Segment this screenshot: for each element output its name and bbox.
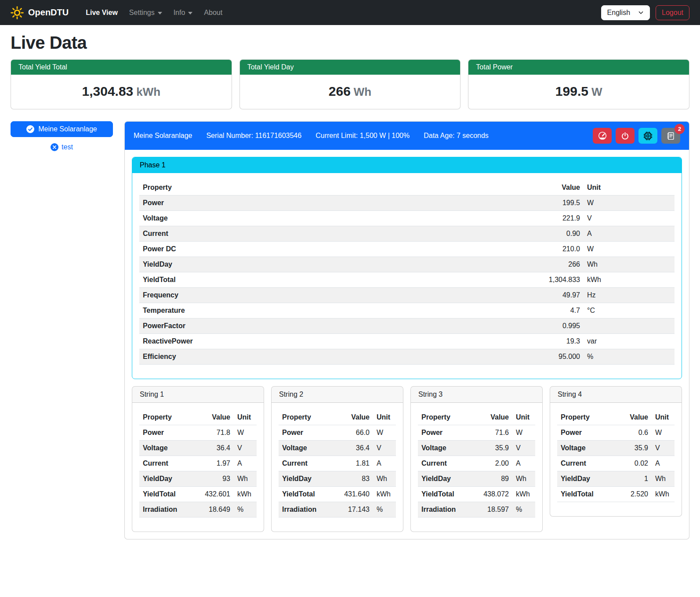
unit: Wh [354,85,371,98]
unit-cell: % [512,502,535,517]
table-row: Current 1.81 A [279,456,396,471]
device-info-button[interactable] [638,128,657,144]
x-circle-icon [51,143,58,151]
logout-button[interactable]: Logout [656,5,689,20]
property-column-header: Property [139,410,195,425]
property-cell: ReactivePower [139,334,518,349]
property-column-header: Property [557,410,613,425]
check-circle-icon [26,125,34,133]
power-toggle-button[interactable] [616,128,635,144]
inverter-offline-item[interactable]: test [11,143,113,151]
property-cell: Efficiency [139,349,518,365]
value-column-header: Value [474,410,512,425]
table-row: YieldTotal 438.072 kWh [418,487,535,502]
unit-cell: Wh [652,471,675,487]
property-cell: Irradiation [418,502,474,517]
power-icon [621,132,629,140]
current-limit: Current Limit: 1,500 W | 100% [316,132,410,140]
property-cell: Voltage [139,441,195,456]
value-cell: 71.8 [195,425,234,441]
phase-table: Property Value Unit Power 199.5 [139,180,675,365]
property-cell: Power [139,425,195,441]
property-cell: PowerFactor [139,318,518,334]
nav-item-about[interactable]: About [198,5,228,20]
value-cell: 431.640 [334,487,373,502]
brand-label: OpenDTU [28,7,69,18]
table-row: YieldDay 83 Wh [279,471,396,487]
unit-cell: V [652,441,675,456]
inverter-name: test [62,143,73,151]
table-row: PowerFactor 0.995 [139,318,675,334]
unit-cell: V [584,211,675,226]
live-data-page: Live Data Total Yield Total 1,304.83kWh … [0,33,700,546]
value-cell: 221.9 [518,211,584,226]
property-column-header: Property [139,180,518,195]
table-header-row: Property Value Unit [279,410,396,425]
card-title: Total Power [468,60,689,75]
unit-cell: Wh [234,471,257,487]
value-column-header: Value [613,410,652,425]
card-title: Total Yield Day [240,60,461,75]
value-cell: 0.6 [613,425,652,441]
event-log-button[interactable]: 2 [661,128,680,144]
chevron-down-icon [638,10,644,15]
string-table: Property Value Unit Power 7 [418,410,535,517]
content-row: Meine Solaranlage test Meine Solaranlage… [11,121,689,539]
unit-cell: kWh [234,487,257,502]
unit-column-header: Unit [373,410,396,425]
value-cell: 35.9 [474,441,512,456]
property-cell: YieldDay [139,257,518,272]
property-cell: YieldDay [557,471,613,487]
property-cell: Power DC [139,242,518,257]
property-cell: YieldDay [279,471,334,487]
inverter-name: Meine Solaranlage [38,125,97,133]
unit-column-header: Unit [512,410,535,425]
nav-item-info[interactable]: Info [168,5,199,20]
unit-cell: A [584,226,675,242]
table-row: YieldTotal 432.601 kWh [139,487,257,502]
property-cell: YieldDay [139,471,195,487]
summary-row: Total Yield Total 1,304.83kWh Total Yiel… [11,59,689,109]
brand[interactable]: OpenDTU [11,6,69,19]
nav-item-live-view[interactable]: Live View [80,5,123,20]
table-header-row: Property Value Unit [139,410,257,425]
value-cell: 35.9 [613,441,652,456]
table-row: YieldTotal 1,304.833 kWh [139,272,675,288]
value: 199.5 [555,84,588,98]
unit-cell: % [234,502,257,517]
property-cell: YieldTotal [139,487,195,502]
string-2-card: String 2 Property Value Unit [271,386,403,532]
limit-settings-button[interactable] [593,128,612,144]
property-cell: Current [139,226,518,242]
unit-cell: V [373,441,396,456]
inverter-list: Meine Solaranlage test [11,121,113,151]
string-4-card: String 4 Property Value Unit [550,386,682,517]
unit-cell: W [234,425,257,441]
value-cell: 2.00 [474,456,512,471]
string-3-card: String 3 Property Value Unit [410,386,543,532]
property-cell: Voltage [557,441,613,456]
value-cell: 1.97 [195,456,234,471]
string-1-card: String 1 Property Value Unit [132,386,264,532]
value-column-header: Value [518,180,584,195]
table-row: YieldDay 266 Wh [139,257,675,272]
property-column-header: Property [418,410,474,425]
nav-item-settings[interactable]: Settings [123,5,168,20]
unit-cell: A [373,456,396,471]
table-row: Current 1.97 A [139,456,257,471]
value-cell: 93 [195,471,234,487]
speedometer-icon [598,131,607,140]
table-row: Current 2.00 A [418,456,535,471]
value-cell: 71.6 [474,425,512,441]
property-cell: Current [557,456,613,471]
table-header-row: Property Value Unit [557,410,675,425]
language-select[interactable]: English [601,5,650,20]
string-title: String 4 [550,387,682,403]
unit-cell: var [584,334,675,349]
inverter-selected-button[interactable]: Meine Solaranlage [11,121,113,137]
language-select-value: English [607,9,630,17]
property-cell: Voltage [418,441,474,456]
property-column-header: Property [279,410,334,425]
table-row: YieldDay 93 Wh [139,471,257,487]
unit-cell: V [512,441,535,456]
